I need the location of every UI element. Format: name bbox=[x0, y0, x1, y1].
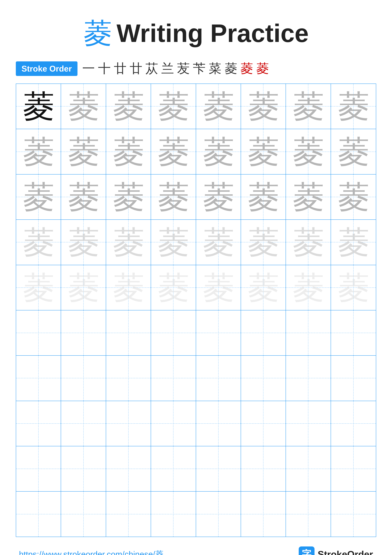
grid-cell-1-6[interactable]: 菱 bbox=[241, 84, 286, 129]
grid-cell-4-7[interactable]: 菱 bbox=[286, 220, 331, 265]
grid-cell-10-6[interactable] bbox=[241, 492, 286, 536]
grid-cell-8-5[interactable] bbox=[196, 401, 241, 446]
grid-cell-7-4[interactable] bbox=[151, 356, 196, 401]
char-3-2: 菱 bbox=[68, 181, 99, 213]
grid-cell-9-3[interactable] bbox=[106, 446, 151, 491]
grid-cell-8-8[interactable] bbox=[331, 401, 376, 446]
grid-cell-10-4[interactable] bbox=[151, 492, 196, 536]
stroke-3: 廿 bbox=[114, 60, 127, 77]
grid-cell-9-8[interactable] bbox=[331, 446, 376, 491]
grid-cell-7-7[interactable] bbox=[286, 356, 331, 401]
grid-cell-2-7[interactable]: 菱 bbox=[286, 129, 331, 174]
grid-cell-2-3[interactable]: 菱 bbox=[106, 129, 151, 174]
grid-cell-2-4[interactable]: 菱 bbox=[151, 129, 196, 174]
grid-cell-1-3[interactable]: 菱 bbox=[106, 84, 151, 129]
grid-cell-4-1[interactable]: 菱 bbox=[16, 220, 61, 265]
grid-cell-4-2[interactable]: 菱 bbox=[61, 220, 106, 265]
grid-cell-8-2[interactable] bbox=[61, 401, 106, 446]
grid-cell-10-8[interactable] bbox=[331, 492, 376, 536]
stroke-7: 苃 bbox=[177, 60, 190, 77]
grid-cell-6-2[interactable] bbox=[61, 310, 106, 355]
grid-cell-6-3[interactable] bbox=[106, 310, 151, 355]
grid-cell-7-8[interactable] bbox=[331, 356, 376, 401]
grid-cell-8-3[interactable] bbox=[106, 401, 151, 446]
grid-cell-7-1[interactable] bbox=[16, 356, 61, 401]
grid-cell-4-8[interactable]: 菱 bbox=[331, 220, 376, 265]
char-4-6: 菱 bbox=[248, 226, 279, 258]
grid-cell-1-4[interactable]: 菱 bbox=[151, 84, 196, 129]
stroke-6: 兰 bbox=[161, 60, 174, 77]
grid-cell-6-8[interactable] bbox=[331, 310, 376, 355]
grid-cell-3-5[interactable]: 菱 bbox=[196, 175, 241, 219]
grid-cell-5-2[interactable]: 菱 bbox=[61, 265, 106, 310]
grid-cell-2-1[interactable]: 菱 bbox=[16, 129, 61, 174]
grid-cell-5-3[interactable]: 菱 bbox=[106, 265, 151, 310]
grid-cell-4-3[interactable]: 菱 bbox=[106, 220, 151, 265]
char-2-5: 菱 bbox=[203, 136, 234, 168]
grid-cell-5-5[interactable]: 菱 bbox=[196, 265, 241, 310]
grid-cell-4-5[interactable]: 菱 bbox=[196, 220, 241, 265]
grid-cell-7-6[interactable] bbox=[241, 356, 286, 401]
grid-cell-8-4[interactable] bbox=[151, 401, 196, 446]
grid-cell-6-5[interactable] bbox=[196, 310, 241, 355]
grid-cell-1-8[interactable]: 菱 bbox=[331, 84, 376, 129]
grid-cell-2-8[interactable]: 菱 bbox=[331, 129, 376, 174]
grid-cell-8-7[interactable] bbox=[286, 401, 331, 446]
footer-brand-name: StrokeOrder bbox=[318, 549, 373, 555]
char-1-4: 菱 bbox=[157, 90, 189, 122]
char-1-5: 菱 bbox=[203, 90, 234, 122]
grid-cell-5-6[interactable]: 菱 bbox=[241, 265, 286, 310]
grid-cell-2-5[interactable]: 菱 bbox=[196, 129, 241, 174]
stroke-4: 廿 bbox=[130, 60, 142, 77]
grid-cell-7-3[interactable] bbox=[106, 356, 151, 401]
grid-cell-3-7[interactable]: 菱 bbox=[286, 175, 331, 219]
grid-cell-3-6[interactable]: 菱 bbox=[241, 175, 286, 219]
grid-cell-2-2[interactable]: 菱 bbox=[61, 129, 106, 174]
grid-cell-6-1[interactable] bbox=[16, 310, 61, 355]
grid-cell-3-1[interactable]: 菱 bbox=[16, 175, 61, 219]
grid-cell-6-7[interactable] bbox=[286, 310, 331, 355]
footer-url[interactable]: https://www.strokeorder.com/chinese/菱 bbox=[19, 549, 163, 555]
grid-cell-5-4[interactable]: 菱 bbox=[151, 265, 196, 310]
grid-row-8 bbox=[16, 401, 376, 446]
grid-cell-1-2[interactable]: 菱 bbox=[61, 84, 106, 129]
grid-cell-1-1[interactable]: 菱 bbox=[16, 84, 61, 129]
grid-cell-5-7[interactable]: 菱 bbox=[286, 265, 331, 310]
grid-cell-2-6[interactable]: 菱 bbox=[241, 129, 286, 174]
grid-cell-5-1[interactable]: 菱 bbox=[16, 265, 61, 310]
grid-cell-1-7[interactable]: 菱 bbox=[286, 84, 331, 129]
grid-cell-10-5[interactable] bbox=[196, 492, 241, 536]
grid-cell-4-4[interactable]: 菱 bbox=[151, 220, 196, 265]
grid-cell-5-8[interactable]: 菱 bbox=[331, 265, 376, 310]
grid-cell-8-1[interactable] bbox=[16, 401, 61, 446]
grid-cell-9-5[interactable] bbox=[196, 446, 241, 491]
grid-cell-9-6[interactable] bbox=[241, 446, 286, 491]
grid-cell-4-6[interactable]: 菱 bbox=[241, 220, 286, 265]
grid-cell-7-2[interactable] bbox=[61, 356, 106, 401]
stroke-order-badge: Stroke Order bbox=[16, 61, 78, 76]
grid-cell-3-3[interactable]: 菱 bbox=[106, 175, 151, 219]
grid-cell-8-6[interactable] bbox=[241, 401, 286, 446]
grid-cell-3-4[interactable]: 菱 bbox=[151, 175, 196, 219]
practice-grid: 菱 菱 菱 菱 菱 菱 菱 菱 菱 菱 菱 菱 菱 菱 菱 菱 菱 菱 菱 菱 … bbox=[16, 84, 376, 537]
grid-cell-10-1[interactable] bbox=[16, 492, 61, 536]
grid-row-6 bbox=[16, 310, 376, 356]
grid-cell-10-3[interactable] bbox=[106, 492, 151, 536]
stroke-12: 菱 bbox=[256, 60, 269, 77]
grid-cell-1-5[interactable]: 菱 bbox=[196, 84, 241, 129]
grid-cell-9-4[interactable] bbox=[151, 446, 196, 491]
grid-cell-6-6[interactable] bbox=[241, 310, 286, 355]
grid-cell-3-8[interactable]: 菱 bbox=[331, 175, 376, 219]
char-4-1: 菱 bbox=[23, 226, 54, 258]
grid-cell-7-5[interactable] bbox=[196, 356, 241, 401]
char-3-4: 菱 bbox=[157, 181, 189, 213]
grid-cell-3-2[interactable]: 菱 bbox=[61, 175, 106, 219]
grid-cell-10-2[interactable] bbox=[61, 492, 106, 536]
grid-cell-6-4[interactable] bbox=[151, 310, 196, 355]
char-2-8: 菱 bbox=[338, 136, 369, 168]
grid-cell-9-7[interactable] bbox=[286, 446, 331, 491]
stroke-11: 菱 bbox=[240, 60, 253, 77]
grid-cell-9-2[interactable] bbox=[61, 446, 106, 491]
grid-cell-10-7[interactable] bbox=[286, 492, 331, 536]
grid-cell-9-1[interactable] bbox=[16, 446, 61, 491]
